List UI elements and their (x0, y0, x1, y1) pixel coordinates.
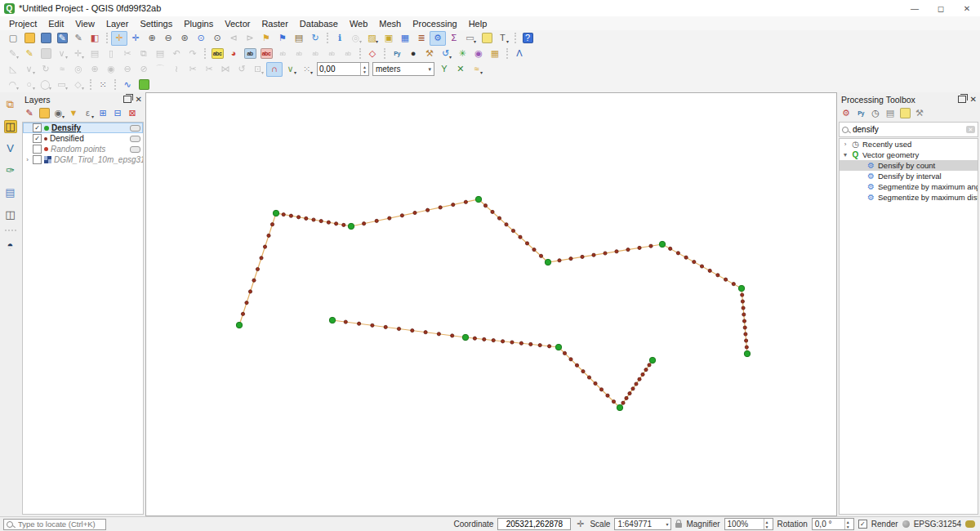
panel-float-icon[interactable] (958, 96, 966, 103)
add-part-button[interactable]: ⊕ (87, 62, 103, 77)
simplify-feature-button[interactable]: ≈ (54, 62, 70, 77)
layer-row[interactable]: ✓Densified (23, 133, 143, 144)
select-within-distance-button[interactable]: ⁙ (95, 78, 111, 92)
spinner-arrows-icon[interactable]: ▲▼ (764, 519, 770, 529)
cut-features-button[interactable]: ✂ (119, 47, 136, 61)
crs-globe-icon[interactable] (902, 520, 910, 528)
layer-checkbox[interactable] (33, 155, 42, 164)
refresh-map-button[interactable]: ↻ (307, 31, 323, 46)
self-snapping-button[interactable]: ⁙▾ (299, 62, 315, 77)
messages-icon[interactable] (965, 520, 975, 528)
algorithm-row[interactable]: ⚙Densify by count (840, 160, 978, 171)
plugin-green-button[interactable]: ✳ (454, 47, 470, 61)
layer-checkbox[interactable] (33, 145, 42, 154)
rotate-point-symbols-button[interactable]: ↺ (234, 62, 250, 77)
menu-settings[interactable]: Settings (134, 18, 178, 29)
layer-row[interactable]: ›DGM_Tirol_10m_epsg31254 (23, 154, 143, 165)
filter-by-expression-button[interactable]: ε▾ (81, 106, 96, 121)
layer-checkbox[interactable]: ✓ (33, 134, 42, 143)
paste-features-button[interactable]: ▤ (152, 47, 168, 61)
processing-toolbox-button[interactable]: ⚙ (430, 31, 446, 46)
collapse-all-button[interactable]: ⊟ (110, 106, 125, 121)
regular-polygon-tool-button[interactable]: ◇▾ (70, 78, 87, 92)
zoom-to-layer-button[interactable]: ⊙ (209, 31, 225, 46)
highlight-pinned-labels-button[interactable]: ab (291, 47, 307, 61)
save-layer-edits-button[interactable] (38, 47, 54, 61)
show-spatial-bookmarks-button[interactable]: ⚑ (274, 31, 291, 46)
regular-polygon-tool-dropdown-icon[interactable]: ▾ (82, 85, 84, 92)
vertex-tool-dropdown-icon[interactable]: ▾ (82, 54, 84, 61)
render-checkbox[interactable]: ✓ (858, 520, 867, 529)
python-scripts-button[interactable]: Py (853, 106, 868, 121)
expander-icon[interactable]: › (842, 141, 849, 148)
remove-layer-button[interactable]: ⊠ (125, 106, 140, 121)
zoom-to-selection-button[interactable]: ⊙ (193, 31, 209, 46)
spinner-arrows-icon[interactable]: ▲▼ (360, 63, 368, 75)
zoom-in-button[interactable]: ⊕ (144, 31, 160, 46)
move-label-button[interactable]: ab (307, 47, 323, 61)
split-parts-button[interactable]: ✂ (185, 62, 201, 77)
statistics-panel-button[interactable]: Σ (446, 31, 462, 46)
add-mssql-layer-button[interactable]: ▤ (2, 185, 19, 201)
digitize-polyline-dropdown-icon[interactable]: ▾ (65, 54, 68, 61)
crs-label[interactable]: EPSG:31254 (914, 520, 961, 529)
coordinate-input[interactable] (501, 519, 568, 529)
zoom-next-button[interactable]: ⊳ (242, 31, 258, 46)
expander-icon[interactable]: ▾ (842, 151, 849, 158)
green-layer-tool-button[interactable] (136, 78, 152, 92)
deselect-all-button[interactable]: ▣ (381, 31, 397, 46)
algorithm-row[interactable]: ⚙Densify by interval (840, 171, 978, 181)
rotation-spinner[interactable]: 0,0 ° ▲▼ (812, 518, 854, 530)
python-console-button[interactable]: Py (389, 47, 405, 61)
circular-string-dropdown-icon[interactable]: ▾ (16, 85, 19, 92)
menu-processing[interactable]: Processing (407, 18, 462, 29)
menu-view[interactable]: View (69, 18, 100, 29)
layer-row[interactable]: ✓Densify (23, 123, 143, 133)
zoom-full-extent-button[interactable]: ⊛ (176, 31, 193, 46)
coordinate-box[interactable] (497, 518, 571, 530)
style-manager-button[interactable]: ◧ (87, 31, 103, 46)
plugin-bug-button[interactable]: ● (405, 47, 421, 61)
rectangle-tool-button[interactable]: ▭▾ (54, 78, 70, 92)
snap-tolerance-input[interactable] (318, 65, 360, 74)
new-project-button[interactable]: ▢ (5, 31, 21, 46)
menu-web[interactable]: Web (344, 18, 373, 29)
expand-all-button[interactable]: ⊞ (96, 106, 110, 121)
snap-units-select[interactable]: meters▾ (372, 62, 434, 76)
options-button[interactable]: ⚒ (912, 106, 927, 121)
show-unplaced-labels-button[interactable]: ◇ (364, 47, 381, 61)
georeferencer-button[interactable]: ▦ (487, 47, 503, 61)
topological-editing-button[interactable]: Y (436, 62, 452, 77)
circle-tool-dropdown-icon[interactable]: ▾ (33, 85, 35, 92)
minimize-button[interactable]: — (902, 0, 928, 16)
menu-help[interactable]: Help (463, 18, 493, 29)
add-spatialite-layer-button[interactable]: ◫ (2, 118, 19, 135)
ellipse-tool-button[interactable]: ◯▾ (38, 78, 54, 92)
measure-button[interactable]: ▭▾ (462, 31, 479, 46)
plugin-purple-button[interactable]: ◉ (470, 47, 487, 61)
save-project-button[interactable] (38, 31, 54, 46)
text-annotation-dropdown-icon[interactable]: ▾ (506, 38, 509, 46)
expander-icon[interactable]: › (24, 156, 30, 163)
layer-labeling-button[interactable]: abc (209, 47, 225, 61)
split-features-button[interactable]: ✂ (201, 62, 217, 77)
open-attribute-table-button[interactable]: ▦ (397, 31, 413, 46)
field-calculator-button[interactable]: ≣ (413, 31, 430, 46)
map-tips-button[interactable] (479, 31, 495, 46)
zoom-last-button[interactable]: ⊲ (225, 31, 242, 46)
snap-mode-button[interactable]: ∨▾ (283, 62, 299, 77)
filter-by-expression-dropdown-icon[interactable]: ▾ (91, 114, 94, 121)
menu-database[interactable]: Database (294, 18, 344, 29)
toggle-editing-button[interactable]: ✎ (21, 47, 38, 61)
add-ring-button[interactable]: ◎ (70, 62, 87, 77)
locator-box[interactable] (3, 519, 106, 530)
reshape-features-button[interactable]: ≀ (168, 62, 185, 77)
filter-legend-button[interactable]: ▼ (66, 106, 81, 121)
close-button[interactable]: ✕ (954, 0, 980, 16)
circle-tool-button[interactable]: ○▾ (21, 78, 38, 92)
intersection-snapping-button[interactable]: ✕ (452, 62, 469, 77)
labeling-single-button[interactable]: ab (242, 47, 258, 61)
memory-layer-indicator-icon[interactable] (130, 136, 140, 142)
change-label-button[interactable]: ab (340, 47, 356, 61)
spinner-arrows-icon[interactable]: ▲▼ (844, 519, 851, 529)
